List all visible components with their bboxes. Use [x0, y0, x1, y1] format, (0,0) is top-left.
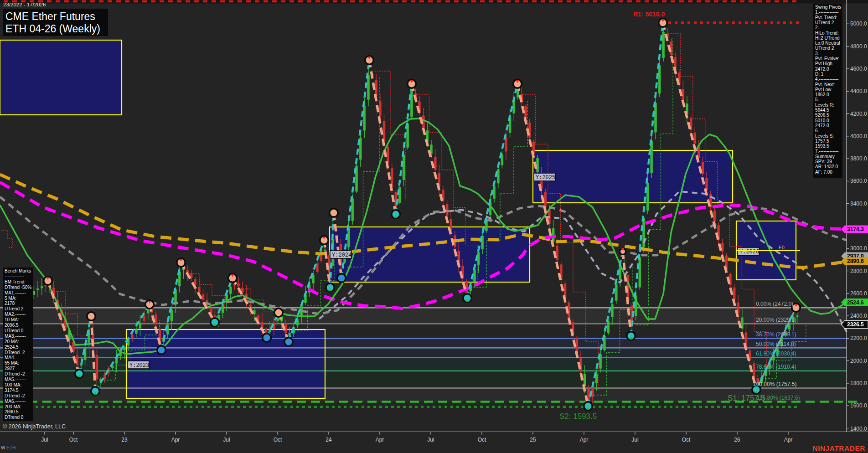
- svg-text:100.00% (1757.5): 100.00% (1757.5): [753, 381, 796, 387]
- svg-text:2326.5: 2326.5: [847, 321, 864, 328]
- svg-text:1.-------------: 1.-------------: [815, 10, 839, 15]
- svg-text:D: 1: D: 1: [815, 72, 824, 77]
- svg-text:UTrend 0: UTrend 0: [5, 328, 24, 333]
- svg-text:3.-------------: 3.-------------: [815, 51, 839, 56]
- svg-text:3800.0: 3800.0: [850, 155, 867, 162]
- svg-text:3000.0: 3000.0: [850, 245, 867, 252]
- svg-text:2200.0: 2200.0: [850, 335, 867, 341]
- svg-text:100 MA:: 100 MA:: [5, 382, 21, 387]
- svg-text:25: 25: [530, 437, 536, 443]
- svg-text:7.-------------: 7.-------------: [815, 149, 839, 154]
- svg-text:5 MA:: 5 MA:: [5, 296, 16, 301]
- svg-text:55 MA:: 55 MA:: [5, 360, 19, 365]
- svg-text:MA2.-------: MA2.-------: [5, 312, 26, 317]
- svg-text:2927: 2927: [5, 366, 15, 371]
- svg-text:MA4.-------: MA4.-------: [5, 355, 26, 360]
- svg-text:5644.5: 5644.5: [815, 108, 829, 113]
- svg-text:4800.0: 4800.0: [850, 43, 867, 50]
- svg-text:26: 26: [734, 437, 740, 443]
- svg-text:38.20% (2199.1): 38.20% (2199.1): [756, 331, 796, 338]
- svg-text:1757.5: 1757.5: [815, 139, 829, 144]
- svg-text:UTrend 2: UTrend 2: [815, 46, 834, 51]
- svg-text:© 2026 NinjaTrader, LLC: © 2026 NinjaTrader, LLC: [3, 423, 66, 430]
- svg-text:HiLo Trend:: HiLo Trend:: [815, 31, 839, 36]
- svg-text:Hi:2 UTrend: Hi:2 UTrend: [815, 36, 840, 41]
- svg-text:5010.0: 5010.0: [815, 118, 829, 123]
- svg-text:2600.0: 2600.0: [850, 290, 867, 297]
- svg-text:DTrend 0: DTrend 0: [5, 415, 24, 420]
- svg-text:Oct: Oct: [274, 437, 282, 443]
- svg-text:Levels R:: Levels R:: [815, 103, 834, 108]
- svg-text:Lo:0 Neutral: Lo:0 Neutral: [815, 41, 840, 46]
- svg-text:50.00% (2114.8): 50.00% (2114.8): [756, 341, 796, 347]
- svg-text:3600.0: 3600.0: [850, 178, 867, 184]
- svg-text:0.00% (2472.0): 0.00% (2472.0): [756, 301, 793, 307]
- svg-text:1400.0: 1400.0: [850, 426, 867, 432]
- svg-text:ETH 04-26 (Weekly): ETH 04-26 (Weekly): [5, 23, 100, 35]
- svg-text:Y:2023: Y:2023: [129, 362, 149, 369]
- svg-text:Y:2024: Y:2024: [332, 252, 351, 258]
- svg-text:CME Ether Futures: CME Ether Futures: [5, 10, 95, 22]
- svg-text:MA5.-------: MA5.-------: [5, 377, 26, 382]
- svg-text:AR: 1432.0: AR: 1432.0: [815, 164, 838, 169]
- svg-text:3400.0: 3400.0: [850, 201, 867, 207]
- svg-text:AF: 7.00: AF: 7.00: [815, 170, 832, 175]
- svg-text:2472.0: 2472.0: [815, 123, 829, 128]
- svg-text:6.-------------: 6.-------------: [815, 128, 839, 133]
- svg-text:5206.5: 5206.5: [815, 113, 829, 118]
- svg-text:4600.0: 4600.0: [850, 66, 867, 72]
- svg-text:W ETH: W ETH: [1, 445, 16, 450]
- svg-text:2890.5: 2890.5: [5, 409, 19, 414]
- svg-text:MA6.-------: MA6.-------: [5, 399, 26, 404]
- svg-text:DTrend -2: DTrend -2: [5, 393, 25, 398]
- svg-text:5.-------------: 5.-------------: [815, 97, 839, 102]
- svg-text:Jul: Jul: [223, 437, 230, 443]
- svg-text:Oct: Oct: [69, 437, 78, 443]
- svg-text:Oct: Oct: [682, 437, 691, 443]
- svg-text:Y:2026: Y:2026: [739, 249, 759, 255]
- svg-text:200 MA:: 200 MA:: [5, 404, 21, 409]
- svg-text:Jul: Jul: [41, 437, 48, 443]
- svg-text:2000.0: 2000.0: [850, 358, 867, 364]
- svg-text:3174.3: 3174.3: [847, 226, 864, 232]
- svg-text:UTrend 2: UTrend 2: [815, 20, 834, 25]
- svg-text:61.80% (2030.4): 61.80% (2030.4): [756, 350, 796, 357]
- svg-text:UTrend 2: UTrend 2: [5, 306, 24, 311]
- svg-text:Jul: Jul: [427, 437, 434, 443]
- svg-text:Levels S:: Levels S:: [815, 134, 834, 139]
- svg-text:20.00% (2329.1): 20.00% (2329.1): [756, 317, 796, 323]
- svg-text:DTrend -50%: DTrend -50%: [5, 285, 31, 290]
- svg-text:23: 23: [121, 437, 128, 443]
- svg-text:Oct: Oct: [478, 437, 486, 443]
- svg-text:78.60% (1910.4): 78.60% (1910.4): [756, 364, 796, 370]
- svg-text:2096.5: 2096.5: [5, 323, 19, 328]
- svg-text:2178: 2178: [5, 301, 15, 306]
- svg-text:2472.0: 2472.0: [815, 67, 829, 72]
- svg-text:S2: 1593.5: S2: 1593.5: [559, 412, 597, 421]
- svg-text:2800.0: 2800.0: [850, 268, 867, 274]
- svg-text:DTrend -2: DTrend -2: [5, 350, 25, 355]
- svg-text:4400.0: 4400.0: [850, 88, 867, 94]
- svg-text:1593.5: 1593.5: [815, 144, 829, 149]
- svg-text:4.-------------: 4.-------------: [815, 77, 839, 82]
- svg-text:SP's: 39: SP's: 39: [815, 159, 832, 164]
- svg-text:Swing Pivots: Swing Pivots: [815, 5, 841, 10]
- svg-text:10 MA:: 10 MA:: [5, 317, 19, 322]
- svg-text:Bench Marks: Bench Marks: [5, 268, 31, 273]
- svg-text:Pvt High: Pvt High: [815, 61, 832, 66]
- svg-text:2890.6: 2890.6: [847, 258, 864, 264]
- svg-text:Jul: Jul: [631, 437, 638, 443]
- svg-text:Apr: Apr: [784, 437, 793, 443]
- svg-text:Pvt Low: Pvt Low: [815, 87, 832, 92]
- svg-text:1800.0: 1800.0: [850, 380, 867, 386]
- svg-text:Summary: Summary: [815, 154, 835, 159]
- svg-text:4000.0: 4000.0: [850, 133, 867, 139]
- svg-text:Apr: Apr: [376, 437, 384, 443]
- svg-text:5000.0: 5000.0: [850, 21, 867, 27]
- svg-text:BM Trend:: BM Trend:: [5, 279, 26, 284]
- svg-text:MA3.-------: MA3.-------: [5, 334, 26, 339]
- svg-text:2524.6: 2524.6: [847, 299, 864, 306]
- svg-text:4200.0: 4200.0: [850, 111, 867, 117]
- svg-text:Pvt. Next:: Pvt. Next:: [815, 82, 835, 87]
- svg-text:2524.5: 2524.5: [5, 345, 19, 350]
